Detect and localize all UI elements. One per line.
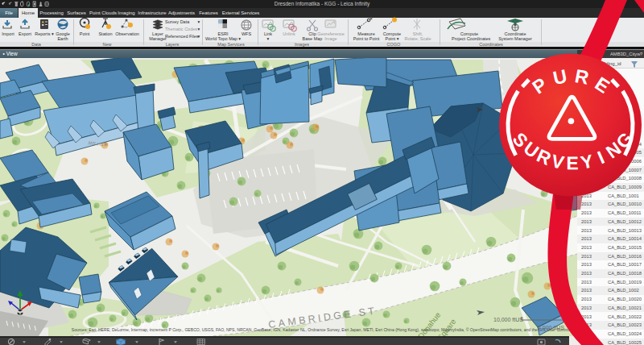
svg-text:E: E [566,152,578,173]
